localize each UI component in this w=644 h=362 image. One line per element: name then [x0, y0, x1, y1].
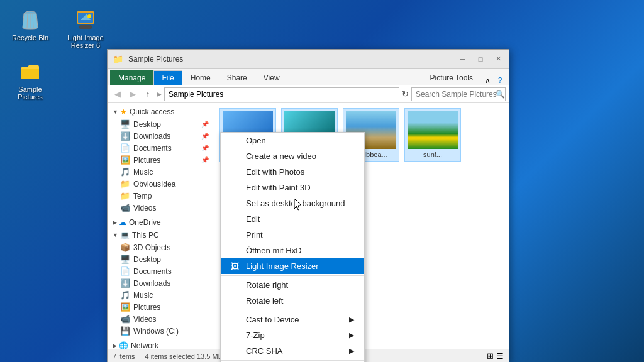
sidebar-videos-pc[interactable]: 📹 Videos — [108, 313, 214, 325]
ctx-rotate-left[interactable]: Rotate left — [221, 293, 364, 309]
ctx-crc-arrow: ▶ — [349, 347, 354, 355]
search-icon: 🔍 — [496, 90, 505, 99]
tab-manage[interactable]: Manage — [110, 70, 153, 85]
address-input[interactable] — [164, 87, 399, 101]
sidebar-documents-pc-label: Documents — [133, 267, 172, 276]
network-chevron: ▶ — [113, 343, 117, 349]
sidebar-onedrive[interactable]: ▶ ☁ OneDrive — [108, 216, 214, 229]
title-bar: 📁 Sample Pictures ─ □ ✕ — [108, 50, 509, 69]
sidebar-item-pictures[interactable]: 🖼️ Pictures 📌 — [108, 154, 214, 166]
svg-point-7 — [87, 14, 91, 18]
sidebar-videos-pc-label: Videos — [133, 315, 156, 324]
ctx-crc-label: CRC SHA — [246, 346, 349, 356]
sidebar-documents-pc[interactable]: 📄 Documents — [108, 265, 214, 277]
sample-pictures-label: Sample Pictures — [8, 85, 53, 101]
tab-picture-tools[interactable]: Picture Tools — [422, 70, 481, 85]
window-controls: ─ □ ✕ — [455, 53, 506, 65]
sidebar-quick-access[interactable]: ▼ ★ Quick access — [108, 106, 214, 118]
ctx-open-hxd[interactable]: Öffnen mit HxD — [221, 243, 364, 258]
close-button[interactable]: ✕ — [490, 53, 506, 65]
ctx-open[interactable]: Open — [221, 133, 364, 148]
ctx-rotate-right[interactable]: Rotate right — [221, 277, 364, 293]
minimize-button[interactable]: ─ — [455, 53, 471, 65]
sidebar-pictures-pc[interactable]: 🖼️ Pictures — [108, 301, 214, 313]
breadcrumb-separator: ▶ — [157, 90, 162, 97]
tab-view[interactable]: View — [255, 70, 288, 85]
sidebar-3d-objects[interactable]: 📦 3D Objects — [108, 241, 214, 253]
sidebar-desktop-pc[interactable]: 🖥️ Desktop — [108, 253, 214, 265]
recycle-bin-image — [18, 8, 43, 33]
ctx-7zip[interactable]: 7-Zip ▶ — [221, 327, 364, 343]
folder-icon-music: 🎵 — [120, 167, 130, 177]
pin-icon: 📌 — [201, 121, 209, 128]
ctx-sep-2 — [221, 310, 364, 310]
sidebar-downloads-pc[interactable]: ⬇️ Downloads — [108, 277, 214, 289]
search-input[interactable] — [411, 87, 506, 101]
sidebar-item-obviousidea[interactable]: 📁 ObviousIdea — [108, 178, 214, 190]
ctx-edit[interactable]: Edit — [221, 211, 364, 227]
view-details-button[interactable]: ☰ — [496, 351, 504, 361]
onedrive-icon: ☁ — [119, 218, 126, 227]
sidebar-item-desktop[interactable]: 🖥️ Desktop 📌 — [108, 118, 214, 130]
ctx-edit-paint-label: Edit with Paint 3D — [246, 183, 354, 192]
sidebar-this-pc[interactable]: ▼ 💻 This PC — [108, 229, 214, 241]
ctx-set-desktop[interactable]: Set as desktop background — [221, 195, 364, 211]
sidebar-item-music[interactable]: 🎵 Music — [108, 166, 214, 178]
sidebar-item-videos[interactable]: 📹 Videos — [108, 202, 214, 214]
lir-image — [73, 8, 98, 33]
ctx-lir-icon: 🖼 — [231, 261, 242, 271]
thispc-chevron: ▼ — [113, 232, 118, 238]
sidebar-item-temp[interactable]: 📁 Temp — [108, 190, 214, 202]
folder-icon-dsk: 🖥️ — [120, 255, 130, 264]
onedrive-chevron: ▶ — [113, 219, 117, 226]
quick-access-label: Quick access — [130, 107, 174, 116]
network-icon: 🌐 — [119, 341, 128, 349]
sidebar-item-documents[interactable]: 📄 Documents 📌 — [108, 142, 214, 154]
tab-share[interactable]: Share — [219, 70, 255, 85]
sidebar-downloads-label: Downloads — [133, 132, 170, 141]
folder-icon-wc: 💾 — [120, 326, 130, 336]
sidebar-item-downloads[interactable]: ⬇️ Downloads 📌 — [108, 130, 214, 142]
sidebar-desktop-label: Desktop — [133, 120, 161, 129]
ctx-rotate-right-label: Rotate right — [246, 280, 354, 290]
folder-icon-mpc: 🎵 — [120, 290, 130, 300]
sample-pictures-icon[interactable]: Sample Pictures — [5, 57, 55, 103]
ctx-create-video[interactable]: Create a new video — [221, 148, 364, 164]
back-button[interactable]: ◀ — [111, 88, 124, 101]
ctx-edit-photos[interactable]: Edit with Photos — [221, 164, 364, 180]
tab-file[interactable]: File — [153, 70, 182, 85]
refresh-button[interactable]: ↻ — [402, 89, 409, 99]
help-button[interactable]: ? — [494, 76, 506, 85]
ctx-7zip-label: 7-Zip — [246, 331, 349, 340]
maximize-button[interactable]: □ — [472, 53, 489, 65]
sidebar-music-pc[interactable]: 🎵 Music — [108, 289, 214, 301]
tab-home[interactable]: Home — [182, 70, 219, 85]
sidebar-network[interactable]: ▶ 🌐 Network — [108, 339, 214, 349]
ctx-crc[interactable]: CRC SHA ▶ — [221, 343, 364, 359]
ctx-lir[interactable]: 🖼 Light Image Resizer — [221, 258, 364, 274]
folder-icon-dlpc: ⬇️ — [120, 278, 130, 288]
ctx-open-label: Open — [246, 136, 354, 145]
ctx-print[interactable]: Print — [221, 227, 364, 243]
ctx-create-video-label: Create a new video — [246, 151, 354, 161]
ctx-cast-label: Cast to Device — [246, 315, 349, 324]
file-item-sunflower[interactable]: sunf... — [404, 108, 461, 162]
status-items: 7 items — [113, 353, 135, 360]
svg-rect-8 — [79, 25, 92, 29]
lir-label: Light Image Resizer 6 — [63, 34, 108, 49]
ctx-edit-paint[interactable]: Edit with Paint 3D — [221, 180, 364, 195]
forward-button[interactable]: ▶ — [126, 88, 139, 101]
ribbon-collapse-btn[interactable]: ∧ — [481, 76, 494, 85]
view-large-icons-button[interactable]: ⊞ — [487, 351, 494, 361]
recycle-bin-icon[interactable]: Recycle Bin — [5, 5, 55, 44]
ctx-cast[interactable]: Cast to Device ▶ — [221, 312, 364, 327]
status-bar-right: ⊞ ☰ — [487, 351, 504, 361]
sidebar-documents-label: Documents — [133, 144, 172, 153]
sidebar-3d-label: 3D Objects — [133, 243, 170, 252]
sidebar: ▼ ★ Quick access 🖥️ Desktop 📌 ⬇️ Downloa… — [108, 103, 214, 349]
lir-icon[interactable]: Light Image Resizer 6 — [60, 5, 111, 52]
up-button[interactable]: ↑ — [142, 88, 154, 101]
folder-icon-vpc: 📹 — [120, 314, 130, 324]
pin-icon-doc: 📌 — [201, 145, 209, 151]
sidebar-windows-c[interactable]: 💾 Windows (C:) — [108, 325, 214, 337]
